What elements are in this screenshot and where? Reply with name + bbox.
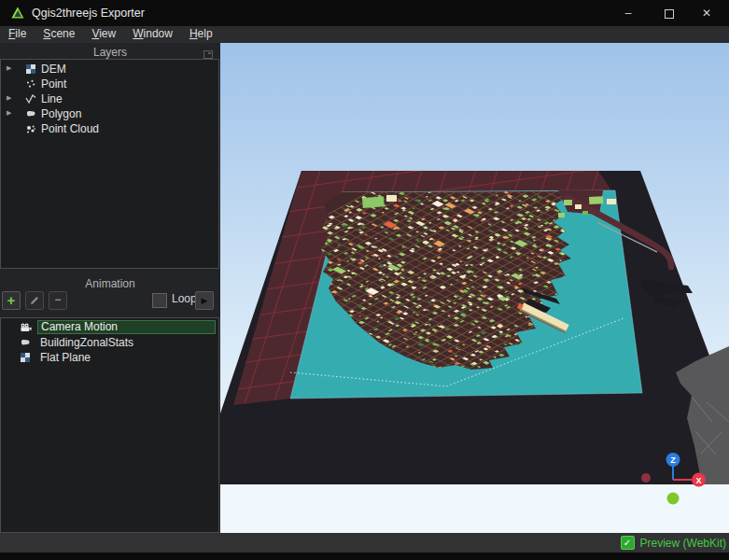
polygon-icon (20, 337, 33, 348)
pencil-icon (28, 294, 41, 307)
animation-label: BuildingZonalStats (37, 336, 216, 349)
raster-icon (25, 63, 38, 75)
loop-label: Loop (172, 292, 197, 305)
menu-window[interactable]: Window (124, 26, 181, 43)
title-bar[interactable]: Qgis2threejs Exporter – ✕ (0, 0, 729, 26)
animation-item-flat-plane[interactable]: Flat Plane (2, 350, 217, 365)
edit-animation-button[interactable] (25, 291, 44, 310)
left-dock: Layers ▶ DEM Point ▶ Line ▶ Polygon (0, 43, 220, 533)
minimize-button[interactable]: – (609, 0, 648, 26)
layer-label: Polygon (41, 107, 81, 120)
remove-animation-button[interactable]: − (49, 291, 67, 310)
app-logo-icon (10, 6, 25, 21)
animation-item-buildingzonalstats[interactable]: BuildingZonalStats (2, 335, 217, 350)
layers-panel-title: Layers (93, 46, 127, 59)
animation-label: Flat Plane (37, 351, 216, 364)
maximize-icon (665, 9, 674, 19)
expander-icon[interactable]: ▶ (7, 64, 11, 72)
layer-label: Point Cloud (41, 122, 99, 135)
loop-checkbox[interactable] (152, 293, 167, 308)
animation-item-camera-motion[interactable]: Camera Motion (2, 320, 217, 335)
close-button[interactable]: ✕ (687, 0, 726, 26)
preview-toggle[interactable]: ✓ Preview (WebKit) (621, 536, 726, 550)
movie-camera-icon (20, 322, 33, 333)
layers-tree: ▶ DEM Point ▶ Line ▶ Polygon Point Cloud (0, 59, 219, 269)
y-axis-dot (641, 473, 651, 483)
layer-item-dem[interactable]: ▶ DEM (2, 62, 217, 77)
layers-panel-header: Layers (0, 46, 220, 60)
preview-checkbox[interactable]: ✓ (621, 536, 635, 550)
menu-view[interactable]: View (83, 26, 124, 43)
window-title: Qgis2threejs Exporter (32, 7, 145, 20)
animation-label: Camera Motion (37, 320, 216, 334)
preview-label: Preview (WebKit) (640, 537, 726, 550)
animation-panel-title: Animation (85, 277, 134, 290)
3d-preview-viewport[interactable]: Z X (220, 43, 729, 533)
menu-file[interactable]: File (0, 26, 35, 43)
point-icon (25, 78, 38, 90)
expander-icon[interactable]: ▶ (7, 109, 11, 117)
play-button[interactable]: ▶ (195, 291, 214, 310)
raster-icon (20, 352, 33, 363)
layer-item-point[interactable]: Point (2, 77, 217, 91)
polygon-icon (25, 108, 38, 119)
z-axis-label: Z (670, 455, 676, 465)
point-cloud-icon (25, 123, 38, 134)
layer-label: Line (41, 92, 63, 105)
window-bottom-edge (0, 553, 729, 560)
expander-icon[interactable]: ▶ (7, 94, 11, 102)
maximize-button[interactable] (650, 0, 689, 26)
layer-item-point-cloud[interactable]: Point Cloud (2, 121, 217, 136)
app-window: Qgis2threejs Exporter – ✕ File Scene Vie… (0, 0, 729, 560)
layer-label: DEM (41, 63, 66, 76)
3d-scene: Z X (220, 43, 729, 533)
menu-scene[interactable]: Scene (35, 26, 83, 43)
layer-label: Point (41, 77, 66, 91)
add-animation-button[interactable]: + (2, 291, 21, 310)
menu-help[interactable]: Help (181, 26, 221, 43)
green-dot (667, 493, 680, 505)
menu-bar: File Scene View Window Help (0, 26, 729, 43)
layer-item-line[interactable]: ▶ Line (2, 91, 217, 106)
animation-list: Camera Motion BuildingZonalStats Flat Pl… (0, 317, 219, 533)
float-panel-icon[interactable] (203, 50, 213, 59)
animation-toolbar: + − Loop ▶ (0, 289, 220, 315)
status-bar: ✓ Preview (WebKit) (0, 533, 729, 553)
layer-item-polygon[interactable]: ▶ Polygon (2, 106, 217, 121)
line-icon (25, 93, 38, 105)
x-axis-label: X (695, 476, 701, 485)
